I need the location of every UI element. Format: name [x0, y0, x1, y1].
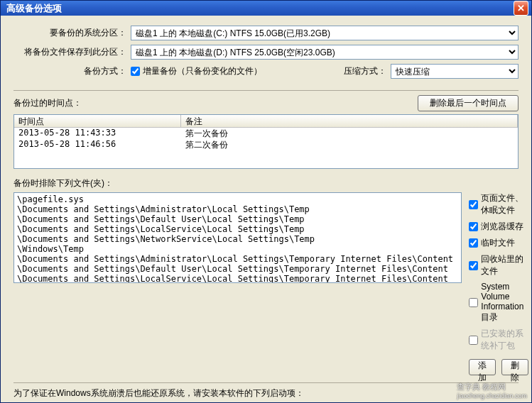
backup-method-label: 备份方式：	[13, 65, 131, 77]
incremental-checkbox[interactable]	[131, 67, 140, 76]
divider-2	[13, 382, 519, 383]
content-area: 要备份的系统分区： 磁盘1 上的 本地磁盘(C:) NTFS 15.0GB(已用…	[1, 16, 531, 403]
list-item[interactable]: \Documents and Settings\LocalService\Loc…	[17, 224, 458, 234]
exclude-header: 备份时排除下列文件(夹)：	[13, 177, 519, 189]
chk-svi[interactable]	[469, 298, 478, 307]
dialog-window: 高级备份选项 ✕ 要备份的系统分区： 磁盘1 上的 本地磁盘(C:) NTFS …	[0, 0, 532, 403]
dialog-title: 高级备份选项	[6, 2, 62, 15]
delete-last-button[interactable]: 删除最后一个时间点	[418, 95, 519, 111]
source-partition-label: 要备份的系统分区：	[13, 27, 131, 39]
exclude-listbox[interactable]: \pagefile.sys \Documents and Settings\Ad…	[13, 192, 462, 283]
chk-patches-label: 已安装的系统补丁包	[481, 328, 528, 352]
history-header: 备份过的时间点：	[13, 97, 418, 109]
remove-button[interactable]: 删除	[501, 359, 528, 375]
chk-recycle[interactable]	[469, 261, 478, 270]
chk-browser-cache[interactable]	[469, 222, 478, 231]
close-icon: ✕	[517, 3, 525, 13]
incremental-label: 增量备份（只备份变化的文件）	[143, 65, 262, 77]
col-note-header[interactable]: 备注	[181, 115, 518, 127]
source-partition-select[interactable]: 磁盘1 上的 本地磁盘(C:) NTFS 15.0GB(已用3.2GB)	[131, 26, 519, 40]
chk-browser-cache-label: 浏览器缓存	[481, 221, 523, 233]
col-time-header[interactable]: 时间点	[14, 115, 181, 127]
compress-method-select[interactable]: 快速压缩	[391, 64, 519, 79]
add-button[interactable]: 添加	[469, 359, 496, 375]
list-item[interactable]: \Windows\Temp	[17, 244, 458, 254]
chk-pagefile[interactable]	[469, 200, 478, 209]
dest-partition-label: 将备份文件保存到此分区：	[13, 46, 131, 58]
compress-method-label: 压缩方式：	[344, 65, 386, 77]
list-item[interactable]: \Documents and Settings\Administrator\Lo…	[17, 204, 458, 214]
cell-time: 2013-05-28 11:46:56	[14, 139, 181, 150]
cell-note: 第一次备份	[181, 128, 518, 139]
divider-1	[13, 90, 519, 91]
cell-time: 2013-05-28 11:43:33	[14, 128, 181, 139]
list-item[interactable]: \Documents and Settings\LocalService\Loc…	[17, 274, 458, 283]
list-item[interactable]: \Documents and Settings\NetworkService\L…	[17, 234, 458, 244]
list-item[interactable]: \Documents and Settings\Default User\Loc…	[17, 214, 458, 224]
table-row[interactable]: 2013-05-28 11:46:56 第二次备份	[14, 139, 518, 150]
table-row[interactable]: 2013-05-28 11:43:33 第一次备份	[14, 128, 518, 139]
chk-pagefile-label: 页面文件、休眠文件	[481, 192, 528, 216]
titlebar[interactable]: 高级备份选项 ✕	[1, 1, 531, 16]
chk-patches[interactable]	[469, 336, 478, 345]
chk-recycle-label: 回收站里的文件	[481, 253, 528, 277]
install-note: 为了保证在Windows系统崩溃后也能还原系统，请安装本软件的下列启动项：	[13, 387, 519, 399]
dest-partition-select[interactable]: 磁盘1 上的 本地磁盘(D:) NTFS 25.0GB(空闲23.0GB)	[131, 45, 519, 60]
list-item[interactable]: \Documents and Settings\Default User\Loc…	[17, 264, 458, 274]
chk-temp-files-label: 临时文件	[481, 237, 515, 249]
list-item[interactable]: \pagefile.sys	[17, 194, 458, 204]
list-item[interactable]: \Documents and Settings\Administrator\Lo…	[17, 254, 458, 264]
close-button[interactable]: ✕	[514, 1, 528, 16]
cell-note: 第二次备份	[181, 139, 518, 150]
history-table: 时间点 备注 2013-05-28 11:43:33 第一次备份 2013-05…	[13, 114, 519, 169]
chk-svi-label: System Volume Information目录	[481, 282, 528, 324]
chk-temp-files[interactable]	[469, 238, 478, 248]
